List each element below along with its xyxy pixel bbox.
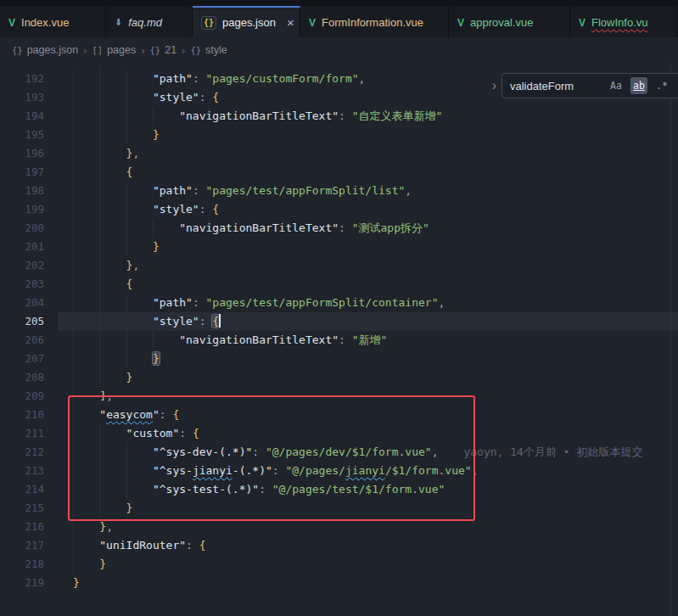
code-line-195[interactable]: 195} xyxy=(0,126,678,144)
vue-icon: V xyxy=(457,17,464,29)
indent-guide xyxy=(73,424,74,443)
breadcrumb-item-pages.json[interactable]: {}pages.json xyxy=(12,44,78,56)
code-line-218[interactable]: 218} xyxy=(0,555,678,574)
code-line-217[interactable]: 217"uniIdRouter": { xyxy=(0,536,678,555)
code-line-209[interactable]: 209], xyxy=(0,387,678,406)
breadcrumb-item-pages[interactable]: []pages xyxy=(92,44,136,56)
token: { xyxy=(126,165,133,178)
code-body: "custom": { xyxy=(73,424,199,443)
indent-guide xyxy=(73,368,74,387)
breadcrumb-item-21[interactable]: {}21 xyxy=(150,44,177,56)
token: yaoyn, 14个月前 • 初始版本提交 xyxy=(438,445,642,458)
code-line-206[interactable]: 206"navigationBarTitleText": "新增" xyxy=(0,331,678,350)
code-line-211[interactable]: 211"custom": { xyxy=(0,424,678,443)
token: "^sys-dev-(.*)" xyxy=(153,445,252,458)
code-line-200[interactable]: 200"navigationBarTitleText": "测试app拆分" xyxy=(0,219,678,238)
token: : xyxy=(199,91,213,104)
token: , xyxy=(106,520,113,533)
code-line-216[interactable]: 216}, xyxy=(0,518,678,536)
editor[interactable]: 192"path": "pages/customForm/form",193"s… xyxy=(0,63,678,616)
indent-guide xyxy=(73,406,74,424)
code-line-212[interactable]: 212"^sys-dev-(.*)": "@/pages/dev/$1/form… xyxy=(0,443,678,462)
token: "pages/test/appFormSplit/list" xyxy=(206,184,406,197)
code-text: }, xyxy=(58,518,678,536)
token: : xyxy=(186,539,199,552)
line-number: 192 xyxy=(0,70,44,88)
tab-label: Index.vue xyxy=(21,16,69,29)
code-line-198[interactable]: 198"path": "pages/test/appFormSplit/list… xyxy=(0,182,678,200)
code-line-214[interactable]: 214"^sys-test-(.*)": "@/pages/test/$1/fo… xyxy=(0,480,678,499)
token: "新增" xyxy=(352,333,388,346)
code-body: "navigationBarTitleText": "自定义表单新增" xyxy=(73,107,442,126)
regex-toggle[interactable]: .* xyxy=(653,77,670,94)
code-line-207[interactable]: 207} xyxy=(0,350,678,368)
token: "style" xyxy=(153,91,199,104)
token: "style" xyxy=(153,203,199,216)
whole-word-toggle[interactable]: ab xyxy=(630,77,647,94)
token: : xyxy=(199,315,213,328)
line-number: 208 xyxy=(0,368,44,387)
code-line-194[interactable]: 194"navigationBarTitleText": "自定义表单新增" xyxy=(0,107,678,126)
code-text: } xyxy=(58,350,678,368)
tab-approval.vue[interactable]: Vapproval.vue xyxy=(449,6,570,37)
indent-guide xyxy=(73,219,74,238)
find-input[interactable]: validateForm xyxy=(510,80,602,92)
code-line-201[interactable]: 201} xyxy=(0,238,678,256)
code-text: "style": { xyxy=(58,200,678,219)
indent-guide xyxy=(73,387,74,406)
tab-faq.md[interactable]: ⬇faq.md xyxy=(106,6,193,37)
token: , xyxy=(438,296,445,309)
code-line-197[interactable]: 197{ xyxy=(0,163,678,182)
indent-guide xyxy=(99,70,100,88)
token: : xyxy=(193,296,206,309)
tab-Index.vue[interactable]: VIndex.vue xyxy=(0,6,106,37)
code-line-204[interactable]: 204"path": "pages/test/appFormSplit/cont… xyxy=(0,294,678,312)
token: } xyxy=(99,520,106,533)
code-line-202[interactable]: 202}, xyxy=(0,256,678,275)
token: "navigationBarTitleText" xyxy=(179,221,339,234)
code-text: ], xyxy=(58,387,678,406)
indent-guide xyxy=(126,88,127,107)
token: "uniIdRouter" xyxy=(99,539,186,552)
indent-guide xyxy=(99,163,100,182)
token: "@/pages/dev/$1/form.vue" xyxy=(266,445,432,458)
chevron-right-icon[interactable]: › xyxy=(492,78,496,93)
breadcrumb-item-style[interactable]: {}style xyxy=(190,44,227,56)
indent-guide xyxy=(126,126,127,144)
code-body: } xyxy=(73,499,132,518)
token: , xyxy=(405,184,412,197)
indent-guide xyxy=(126,443,127,462)
code-line-213[interactable]: 213"^sys-jianyi-(.*)": "@/pages/jianyi/$… xyxy=(0,462,678,480)
token: : xyxy=(199,203,213,216)
tab-FlowInfo.vu[interactable]: VFlowInfo.vu xyxy=(570,6,678,37)
tab-pages.json[interactable]: {}pages.json× xyxy=(193,6,300,37)
indent-guide xyxy=(73,163,74,182)
match-case-toggle[interactable]: Aa xyxy=(608,77,625,94)
indent-guide xyxy=(99,480,100,499)
code-line-203[interactable]: 203{ xyxy=(0,275,678,294)
vue-icon: V xyxy=(309,17,316,29)
token: { xyxy=(212,203,219,216)
json-file-icon: {} xyxy=(12,45,23,55)
code-line-205[interactable]: 205"style": { xyxy=(0,312,678,331)
indent-guide xyxy=(73,70,74,88)
code-text: "navigationBarTitleText": "自定义表单新增" xyxy=(58,107,678,126)
tab-bar: VIndex.vue⬇faq.md{}pages.json×VFormInfor… xyxy=(0,0,678,37)
token: "@/pages/test/$1/form.vue" xyxy=(272,483,445,496)
code-line-219[interactable]: 219} xyxy=(0,574,678,592)
line-number: 200 xyxy=(0,219,44,238)
code-line-208[interactable]: 208} xyxy=(0,368,678,387)
code-line-210[interactable]: 210"easycom": { xyxy=(0,406,678,424)
code-line-199[interactable]: 199"style": { xyxy=(0,200,678,219)
close-icon[interactable]: × xyxy=(282,16,294,29)
indent-guide xyxy=(99,294,100,312)
token: } xyxy=(73,576,80,589)
indent-guide xyxy=(99,350,100,368)
code-line-215[interactable]: 215} xyxy=(0,499,678,518)
tab-FormInformation.vue[interactable]: VFormInformation.vue xyxy=(300,6,449,37)
line-number: 197 xyxy=(0,163,44,182)
indent-guide xyxy=(99,126,100,144)
indent-guide xyxy=(99,443,100,462)
code-line-196[interactable]: 196}, xyxy=(0,144,678,163)
json-icon: {} xyxy=(201,16,216,30)
